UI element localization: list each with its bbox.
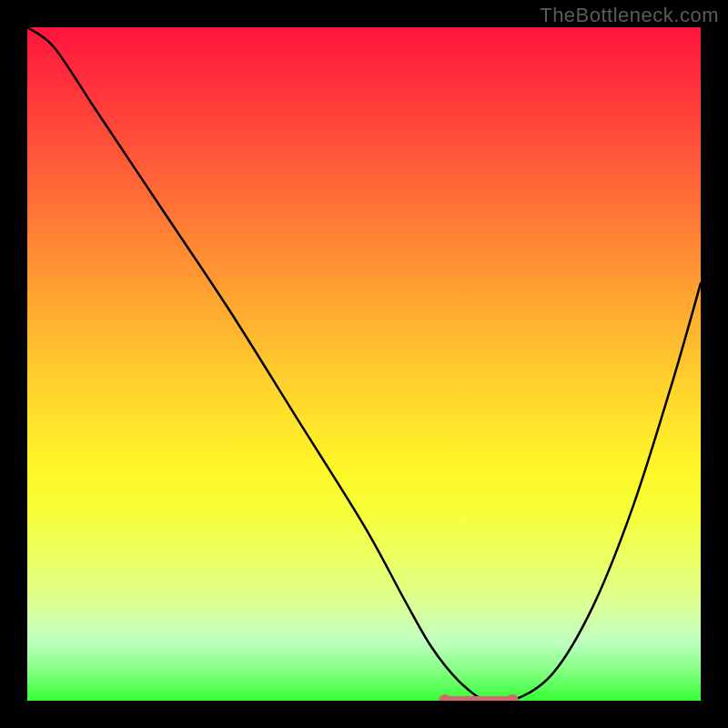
highlight-segment-right-dot [506, 694, 519, 701]
watermark-text: TheBottleneck.com [540, 4, 719, 27]
bottleneck-curve [27, 27, 701, 701]
chart-frame: TheBottleneck.com [0, 0, 728, 728]
plot-area [27, 27, 701, 701]
highlight-segment-bar [445, 696, 512, 701]
